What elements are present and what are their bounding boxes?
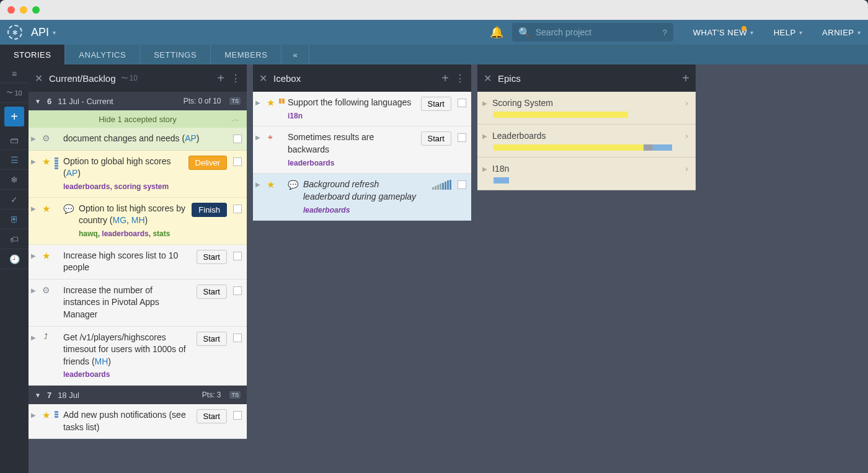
app-header: ✻ API ▾ 🔔 🔍 ? WHAT'S NEW ▾ HELP ▾ ARNIEP… [0, 20, 868, 45]
panel-title-label: Icebox [273, 73, 301, 84]
search-box[interactable]: 🔍 ? [512, 23, 673, 42]
select-story-checkbox[interactable] [233, 205, 242, 213]
story-row[interactable]: ▶ ⌖ Sometimes results are backwards lead… [253, 126, 471, 174]
panel-add-icon[interactable]: + [441, 71, 449, 86]
story-title: Sometimes results are backwards [288, 132, 374, 154]
nav-tab-settings[interactable]: SETTINGS [140, 45, 211, 64]
rail-epics-icon[interactable]: ⛨ [0, 210, 29, 229]
select-story-checkbox[interactable] [233, 334, 242, 342]
story-row[interactable]: ▶ ★ Option to global high scores (AP) le… [29, 151, 247, 198]
chevron-right-icon: › [685, 164, 688, 174]
panel-add-icon[interactable]: + [217, 71, 224, 86]
expand-story-icon[interactable]: ▶ [255, 181, 262, 188]
panel-menu-icon[interactable]: ⋮ [455, 73, 465, 84]
epic-progress-bar [494, 177, 686, 183]
story-row[interactable]: ▶ ★ Support the following languages i18n… [253, 92, 471, 126]
rail-velocity[interactable]: 〜 10 [0, 83, 29, 103]
comments-icon: 💬 [63, 204, 74, 214]
panel-menu-icon[interactable]: ⋮ [231, 73, 241, 84]
iteration-header[interactable]: ▼ 7 18 Jul Pts: 3 TS [29, 386, 247, 404]
rail-done-icon[interactable]: ✓ [0, 190, 29, 210]
expand-story-icon[interactable]: ▶ [31, 252, 37, 259]
expand-epic-icon[interactable]: ▶ [482, 100, 487, 107]
select-story-checkbox[interactable] [233, 411, 242, 420]
select-story-checkbox[interactable] [233, 135, 242, 143]
rail-labels-icon[interactable]: 🏷 [0, 229, 29, 249]
story-row[interactable]: ▶ ★ Add new push notifications (see task… [29, 404, 247, 439]
story-title: Option to list high scores by country (M… [79, 203, 185, 226]
search-icon: 🔍 [518, 27, 531, 38]
velocity-icon: 〜 [6, 88, 13, 97]
add-story-button[interactable]: + [4, 107, 24, 126]
select-story-checkbox[interactable] [233, 252, 242, 260]
expand-story-icon[interactable]: ▶ [31, 334, 37, 341]
epic-row[interactable]: ▶ Scoring System › [477, 92, 696, 125]
collapse-iteration-icon: ▼ [35, 98, 41, 105]
epic-row[interactable]: ▶ Leaderboards › [477, 125, 696, 157]
iteration-header[interactable]: ▼ 6 11 Jul - Current Pts: 0 of 10 TS [29, 92, 247, 110]
story-row[interactable]: ▶ ★ 💬 Background refresh leaderboard dur… [253, 174, 471, 221]
nav-tab-stories[interactable]: STORIES [0, 45, 65, 64]
story-row[interactable]: ▶ ⤴ Get /v1/players/highscores timesout … [29, 327, 247, 386]
story-labels: leaderboards [63, 369, 192, 380]
deliver-button[interactable]: Deliver [188, 156, 227, 170]
story-row[interactable]: ▶ ★ Increase high scores list to 10 peop… [29, 245, 247, 280]
select-story-checkbox[interactable] [458, 180, 466, 189]
rail-hamburger-icon[interactable]: ≡ [0, 64, 29, 83]
rail-icebox-icon[interactable]: ❄ [0, 170, 29, 190]
close-window-button[interactable] [7, 6, 15, 14]
whats-new-link[interactable]: WHAT'S NEW ▾ [693, 28, 754, 37]
story-row[interactable]: ▶ ⚙ Increase the number of instances in … [29, 280, 247, 327]
story-row[interactable]: ▶ ⚙ document changes and needs (AP) [29, 128, 247, 151]
expand-story-icon[interactable]: ▶ [31, 287, 37, 294]
chevron-right-icon: › [685, 98, 688, 108]
expand-story-icon[interactable]: ▶ [255, 134, 262, 141]
expand-epic-icon[interactable]: ▶ [482, 133, 487, 139]
rail-list-icon[interactable]: ☰ [0, 150, 29, 170]
release-icon: ⤴ [40, 332, 52, 341]
panel-title-label: Current/Backlog [49, 73, 116, 84]
panel-add-icon[interactable]: + [682, 71, 689, 86]
close-panel-icon[interactable]: ✕ [484, 73, 492, 84]
expand-story-icon[interactable]: ▶ [255, 99, 262, 106]
epic-progress-bar [494, 112, 686, 118]
help-link[interactable]: HELP ▾ [774, 28, 802, 37]
start-button[interactable]: Start [197, 250, 227, 264]
story-title: Increase high scores list to 10 people [63, 250, 178, 273]
side-rail: ≡ 〜 10 + 🗃 ☰ ❄ ✓ ⛨ 🏷 🕘 [0, 64, 29, 473]
select-story-checkbox[interactable] [458, 99, 466, 107]
collapse-nav-icon[interactable]: « [281, 45, 309, 64]
close-panel-icon[interactable]: ✕ [259, 73, 267, 84]
search-input[interactable] [536, 27, 658, 37]
start-button[interactable]: Start [197, 409, 227, 423]
nav-bar: STORIES ANALYTICS SETTINGS MEMBERS « [0, 45, 868, 64]
expand-story-icon[interactable]: ▶ [31, 135, 37, 142]
select-story-checkbox[interactable] [233, 157, 242, 166]
close-panel-icon[interactable]: ✕ [35, 73, 43, 84]
maximize-window-button[interactable] [32, 6, 40, 14]
minimize-window-button[interactable] [20, 6, 27, 14]
expand-story-icon[interactable]: ▶ [31, 412, 37, 418]
notifications-bell-icon[interactable]: 🔔 [490, 25, 503, 39]
select-story-checkbox[interactable] [233, 286, 242, 295]
start-button[interactable]: Start [421, 131, 451, 146]
expand-epic-icon[interactable]: ▶ [482, 166, 487, 172]
estimate-picker[interactable] [432, 180, 451, 190]
nav-tab-analytics[interactable]: ANALYTICS [65, 45, 140, 64]
user-menu[interactable]: ARNIEP ▾ [822, 28, 861, 37]
start-button[interactable]: Start [421, 97, 451, 111]
expand-story-icon[interactable]: ▶ [31, 205, 37, 212]
epic-row[interactable]: ▶ I18n › [477, 157, 696, 190]
rail-my-work-icon[interactable]: 🗃 [0, 130, 29, 150]
project-dropdown[interactable]: API ▾ [31, 26, 56, 39]
accepted-stories-band[interactable]: Hide 1 accepted story ︿ [29, 110, 247, 128]
start-button[interactable]: Start [197, 285, 227, 299]
nav-tab-members[interactable]: MEMBERS [211, 45, 281, 64]
window-chrome [0, 0, 868, 20]
finish-button[interactable]: Finish [192, 203, 227, 217]
story-row[interactable]: ▶ ★ 💬 Option to list high scores by coun… [29, 198, 247, 245]
start-button[interactable]: Start [197, 332, 227, 346]
rail-history-icon[interactable]: 🕘 [0, 249, 29, 269]
expand-story-icon[interactable]: ▶ [31, 158, 37, 165]
select-story-checkbox[interactable] [458, 133, 466, 142]
